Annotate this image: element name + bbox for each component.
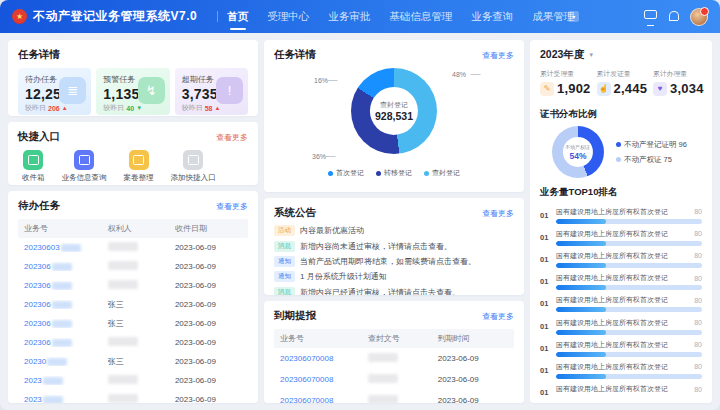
menu-item[interactable]: 受理中心	[267, 1, 309, 33]
ranking-item[interactable]: 01 国有建设用地上房屋所有权首次登记 80	[540, 293, 702, 315]
pct-label-first: 16%	[314, 76, 342, 84]
announcement-item[interactable]: 通知 当前产品试用期即将结束，如需续费请点击查看。	[274, 254, 514, 269]
top10-title: 业务量TOP10排名	[540, 186, 702, 199]
due-table-row[interactable]: 202306070008 2023-06-09	[274, 390, 514, 403]
menu-item[interactable]: 成果管理	[532, 1, 574, 33]
announcements-title: 系统公告	[274, 206, 316, 220]
ranking-bar-fill	[556, 285, 606, 290]
announcement-item[interactable]: 消息 新增内容尚未通过审核，详情请点击查看。	[274, 238, 514, 253]
quick-entry-item[interactable]: 收件箱	[22, 150, 45, 183]
cert-donut-ring[interactable]: 不动产权证 54%	[552, 126, 604, 178]
menu-item[interactable]: 业务查询	[471, 1, 513, 33]
todo-table-row[interactable]: 202306 2023-06-09	[18, 276, 248, 295]
main-menu: 首页受理中心业务审批基础信息管理业务查询成果管理	[227, 1, 574, 33]
announcement-item[interactable]: 消息 新增内容已经通过审核，详情请点击去查看。	[274, 285, 514, 296]
ranking-item[interactable]: 01 国有建设用地上房屋所有权首次登记 80	[540, 359, 702, 381]
ranking-number: 01	[540, 366, 550, 375]
due-table-row[interactable]: 202306070008 2023-06-09	[274, 369, 514, 390]
ranking-label: 国有建设用地上房屋所有权首次登记	[556, 229, 668, 239]
ranking-bar-track	[556, 307, 702, 312]
quick-entry-item[interactable]: 业务信息查询	[62, 150, 107, 183]
user-avatar[interactable]	[690, 8, 708, 26]
cert-distribution-chart: 不动产权证 54% 不动产登记证明 96 不动产权证 75	[540, 126, 702, 178]
ranking-number: 01	[540, 233, 550, 242]
due-table-row[interactable]: 202306070008 2023-06-09	[274, 348, 514, 369]
donut-center: 查封登记 928,531	[370, 87, 418, 135]
ranking-item[interactable]: 01 国有建设用地上房屋所有权首次登记 80	[540, 315, 702, 337]
stat-icon: ✎	[540, 82, 554, 96]
quick-entry-label: 添加快捷入口	[171, 173, 216, 183]
quick-entry-title: 快捷入口	[18, 130, 60, 144]
task-chart-title: 任务详情	[274, 48, 316, 62]
cert-legend-item[interactable]: 不动产权证 75	[616, 152, 687, 167]
todo-table-header: 业务号 权利人 收件日期	[18, 219, 248, 238]
todo-table-row[interactable]: 202306 2023-06-09	[18, 333, 248, 352]
chevron-down-icon: ▼	[588, 52, 594, 58]
task-chart-more-link[interactable]: 查看更多	[482, 50, 514, 61]
todo-table-row[interactable]: 2023 2023-06-09	[18, 371, 248, 390]
menu-item[interactable]: 首页	[227, 1, 248, 33]
quick-entry-label: 业务信息查询	[62, 173, 107, 183]
menu-item[interactable]: 基础信息管理	[389, 1, 452, 33]
left-column: 任务详情 待办任务 12,256 较昨日 206 ≣	[8, 40, 258, 403]
ranking-label: 国有建设用地上房屋所有权首次登记	[556, 384, 668, 394]
announcement-item[interactable]: 通知 1 月份系统升级计划通知	[274, 269, 514, 284]
donut-ring[interactable]: 查封登记 928,531	[351, 68, 437, 154]
task-card[interactable]: 预警任务 1,135 较昨日 40 ↯	[96, 68, 169, 115]
due-table-panel: 到期提报 查看更多 业务号 查封文号 到期时间 202306070008	[264, 301, 524, 403]
announcement-text: 内容最新优惠活动	[300, 225, 364, 236]
announcement-text: 当前产品试用期即将结束，如需续费请点击查看。	[300, 256, 476, 267]
ranking-item[interactable]: 01 国有建设用地上房屋所有权首次登记 80	[540, 226, 702, 248]
todo-table-row[interactable]: 202306 张三 2023-06-09	[18, 295, 248, 314]
todo-table-row[interactable]: 202306 张三 2023-06-09	[18, 314, 248, 333]
redacted-text	[52, 339, 72, 347]
legend-item[interactable]: 首次登记	[328, 168, 364, 178]
redacted-text	[108, 337, 138, 346]
ranking-label: 国有建设用地上房屋所有权首次登记	[556, 251, 668, 261]
year-selector[interactable]: 2023年度 ▼	[540, 48, 702, 62]
quick-entry-item[interactable]: 添加快捷入口	[171, 150, 216, 183]
quick-entry-icon	[183, 150, 203, 170]
ranking-label: 国有建设用地上房屋所有权首次登记	[556, 207, 668, 217]
bell-icon[interactable]	[667, 10, 680, 23]
due-table-body: 202306070008 2023-06-09 202306070008 202…	[274, 348, 514, 403]
ranking-value: 80	[694, 363, 702, 370]
legend-dot	[616, 142, 621, 147]
announcement-tag: 消息	[274, 287, 295, 295]
ranking-item[interactable]: 01 国有建设用地上房屋所有权首次登记 80	[540, 337, 702, 359]
announcement-text: 1 月份系统升级计划通知	[300, 271, 387, 282]
todo-table-row[interactable]: 202306 2023-06-09	[18, 257, 248, 276]
todo-table-row[interactable]: 20230 张三 2023-06-09	[18, 352, 248, 371]
task-card[interactable]: 超期任务 3,735 较昨日 58 !	[175, 68, 248, 115]
ranking-value: 80	[694, 230, 702, 237]
ranking-item[interactable]: 01 国有建设用地上房屋所有权首次登记 80	[540, 271, 702, 293]
ranking-bar-fill	[556, 241, 606, 246]
quick-entry-item[interactable]: 案卷整理	[124, 150, 154, 183]
ranking-bar-fill	[556, 263, 606, 268]
top-navbar: ★ 不动产登记业务管理系统V7.0 首页受理中心业务审批基础信息管理业务查询成果…	[0, 0, 720, 33]
ranking-item[interactable]: 01 国有建设用地上房屋所有权首次登记 80	[540, 248, 702, 270]
ranking-number: 01	[540, 299, 550, 308]
todo-table-row[interactable]: 2023 2023-06-09	[18, 390, 248, 403]
todo-more-link[interactable]: 查看更多	[216, 201, 248, 212]
ranking-value: 80	[694, 319, 702, 326]
redacted-text	[43, 377, 63, 385]
due-more-link[interactable]: 查看更多	[482, 311, 514, 322]
ranking-item[interactable]: 01 国有建设用地上房屋所有权首次登记 80	[540, 382, 702, 396]
pct-label-seizure: 48%	[452, 70, 480, 78]
ranking-item[interactable]: 01 国有建设用地上房屋所有权首次登记 80	[540, 204, 702, 226]
menu-item[interactable]: 业务审批	[328, 1, 370, 33]
todo-table-row[interactable]: 20230603 2023-06-09	[18, 238, 248, 257]
legend-item[interactable]: 查封登记	[424, 168, 460, 178]
announcements-more-link[interactable]: 查看更多	[482, 208, 514, 219]
redacted-text	[61, 244, 81, 252]
ranking-bar-track	[556, 330, 702, 335]
monitor-icon[interactable]	[644, 10, 657, 23]
announcement-item[interactable]: 活动 内容最新优惠活动	[274, 223, 514, 238]
ranking-bar-fill	[556, 219, 606, 224]
cert-legend-item[interactable]: 不动产登记证明 96	[616, 137, 687, 152]
ranking-value: 80	[694, 275, 702, 282]
task-card[interactable]: 待办任务 12,256 较昨日 206 ≣	[18, 68, 91, 115]
quick-entry-more-link[interactable]: 查看更多	[216, 132, 248, 143]
legend-item[interactable]: 转移登记	[376, 168, 412, 178]
